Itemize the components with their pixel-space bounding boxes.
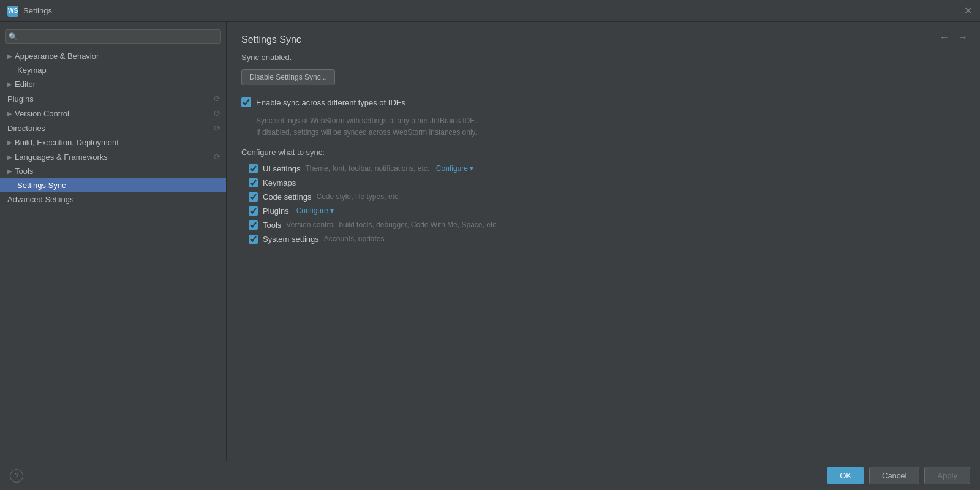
tools-sync-desc: Version control, build tools, debugger, …	[286, 221, 498, 229]
chevron-right-icon: ▶	[7, 53, 12, 59]
close-button[interactable]: ✕	[963, 6, 973, 16]
main-wrapper: ← → Settings Sync Sync enabled. Disable …	[227, 22, 980, 461]
sidebar-item-appearance-behavior[interactable]: ▶ Appearance & Behavior	[0, 49, 226, 63]
sidebar-item-directories[interactable]: Directories ⟳	[0, 121, 226, 135]
sync-icon: ⟳	[214, 94, 221, 104]
enable-sync-checkbox[interactable]	[241, 97, 251, 107]
page-title: Settings Sync	[241, 34, 965, 45]
sidebar-item-label: Keymap	[17, 66, 47, 75]
search-input[interactable]	[5, 29, 221, 44]
search-box: 🔍	[5, 29, 221, 44]
ui-settings-checkbox[interactable]	[249, 164, 258, 173]
title-bar: WS Settings ✕	[0, 0, 980, 22]
system-settings-label[interactable]: System settings	[263, 235, 319, 244]
nav-arrows: ← →	[937, 31, 970, 44]
system-settings-checkbox[interactable]	[249, 235, 258, 244]
sync-item-keymaps: Keymaps	[249, 178, 965, 187]
sync-item-system-settings: System settings Accounts, updates	[249, 235, 965, 244]
sync-item-ui-settings: UI settings Theme, font, toolbar, notifi…	[249, 164, 965, 173]
sync-item-plugins: Plugins Configure ▾	[249, 206, 965, 216]
plugins-sync-checkbox[interactable]	[249, 206, 258, 216]
enable-sync-label[interactable]: Enable sync across different types of ID…	[256, 98, 405, 107]
tools-sync-checkbox[interactable]	[249, 221, 258, 230]
bottom-bar: ? OK Cancel Apply	[0, 461, 980, 490]
sidebar-item-languages-frameworks[interactable]: ▶ Languages & Frameworks ⟳	[0, 149, 226, 164]
tools-sync-label[interactable]: Tools	[263, 221, 281, 230]
content-area: 🔍 ▶ Appearance & Behavior Keymap ▶ Edito…	[0, 22, 980, 461]
back-arrow[interactable]: ←	[937, 31, 952, 44]
system-settings-desc: Accounts, updates	[324, 235, 385, 243]
plugins-configure-link[interactable]: Configure ▾	[296, 206, 334, 215]
code-settings-label[interactable]: Code settings	[263, 192, 312, 202]
sync-item-code-settings: Code settings Code style, file types, et…	[249, 192, 965, 202]
ok-button[interactable]: OK	[827, 467, 864, 484]
plugins-sync-label[interactable]: Plugins	[263, 206, 289, 216]
help-button[interactable]: ?	[10, 469, 23, 483]
sidebar-item-label: Editor	[15, 80, 36, 89]
sidebar: 🔍 ▶ Appearance & Behavior Keymap ▶ Edito…	[0, 22, 227, 461]
sidebar-item-plugins[interactable]: Plugins ⟳	[0, 91, 226, 106]
sidebar-item-label: Directories	[7, 124, 45, 133]
sidebar-item-tools[interactable]: ▶ Tools	[0, 164, 226, 178]
chevron-right-icon: ▶	[7, 168, 12, 175]
sidebar-item-advanced-settings[interactable]: Advanced Settings	[0, 192, 226, 206]
app-icon: WS	[7, 6, 18, 17]
chevron-right-icon: ▶	[7, 154, 12, 160]
sync-item-tools: Tools Version control, build tools, debu…	[249, 221, 965, 230]
enable-sync-desc2: If disabled, settings will be synced acr…	[256, 127, 965, 138]
sidebar-item-label: Build, Execution, Deployment	[15, 138, 119, 147]
ui-settings-label[interactable]: UI settings	[263, 164, 300, 173]
sidebar-item-label: Appearance & Behavior	[15, 51, 99, 61]
sidebar-item-version-control[interactable]: ▶ Version Control ⟳	[0, 106, 226, 121]
search-icon: 🔍	[9, 32, 18, 41]
forward-arrow[interactable]: →	[956, 31, 970, 44]
disable-sync-button[interactable]: Disable Settings Sync...	[241, 69, 335, 85]
code-settings-desc: Code style, file types, etc.	[317, 192, 401, 201]
sync-icon: ⟳	[214, 123, 221, 133]
sidebar-item-label: Languages & Frameworks	[15, 153, 108, 162]
ui-settings-desc: Theme, font, toolbar, notifications, etc…	[305, 164, 429, 173]
window-title: Settings	[23, 6, 963, 15]
sidebar-item-label: Settings Sync	[17, 181, 66, 190]
sidebar-item-label: Plugins	[7, 94, 34, 104]
keymaps-label[interactable]: Keymaps	[263, 178, 296, 187]
sidebar-item-build-execution[interactable]: ▶ Build, Execution, Deployment	[0, 135, 226, 149]
sidebar-item-label: Tools	[15, 167, 33, 176]
sync-status: Sync enabled.	[241, 53, 965, 62]
sidebar-item-label: Version Control	[15, 109, 69, 118]
sidebar-item-editor[interactable]: ▶ Editor	[0, 77, 226, 91]
sync-icon: ⟳	[214, 108, 221, 118]
cancel-button[interactable]: Cancel	[869, 467, 919, 484]
enable-sync-desc1: Sync settings of WebStorm with settings …	[256, 116, 965, 126]
sync-items-list: UI settings Theme, font, toolbar, notifi…	[249, 164, 965, 244]
sync-icon: ⟳	[214, 152, 221, 162]
sidebar-item-label: Advanced Settings	[7, 195, 74, 204]
configure-what-label: Configure what to sync:	[241, 148, 965, 157]
keymaps-checkbox[interactable]	[249, 178, 258, 187]
enable-sync-row: Enable sync across different types of ID…	[241, 97, 965, 107]
chevron-right-icon: ▶	[7, 139, 12, 146]
main-content: Settings Sync Sync enabled. Disable Sett…	[227, 22, 980, 461]
sidebar-item-keymap[interactable]: Keymap	[0, 63, 226, 77]
chevron-right-icon: ▶	[7, 110, 12, 117]
code-settings-checkbox[interactable]	[249, 192, 258, 202]
sidebar-item-settings-sync[interactable]: Settings Sync	[0, 178, 226, 192]
chevron-right-icon: ▶	[7, 81, 12, 88]
apply-button[interactable]: Apply	[924, 467, 970, 484]
ui-settings-configure-link[interactable]: Configure ▾	[432, 164, 473, 173]
